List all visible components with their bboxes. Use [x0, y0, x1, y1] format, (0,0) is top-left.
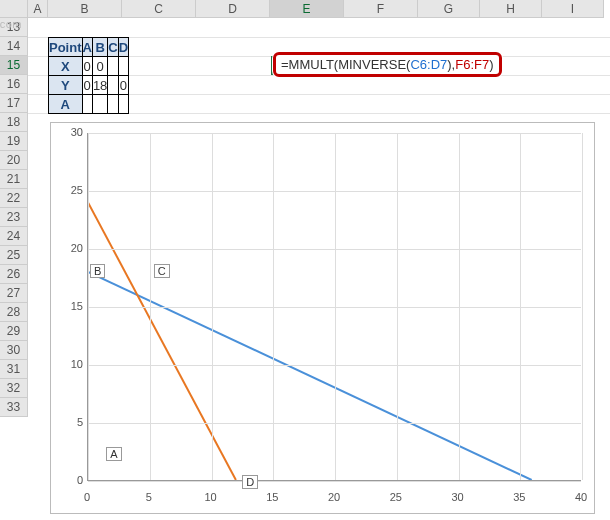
chart[interactable]: ABCD 0510152025300510152025303540 [50, 122, 595, 514]
cell[interactable] [118, 95, 128, 114]
table-header[interactable]: C [108, 38, 118, 57]
col-header[interactable]: I [542, 0, 604, 18]
xtick-label: 40 [566, 491, 596, 503]
xtick-label: 5 [134, 491, 164, 503]
row-header[interactable]: 14 [0, 37, 28, 56]
cell[interactable]: 0 [82, 57, 92, 76]
data-label: B [90, 264, 105, 278]
plot-area: ABCD [87, 133, 581, 481]
ytick-label: 10 [57, 358, 83, 370]
row-header[interactable]: 24 [0, 227, 28, 246]
col-header[interactable]: C [122, 0, 196, 18]
xtick-label: 30 [443, 491, 473, 503]
cell[interactable] [108, 95, 118, 114]
ytick-label: 0 [57, 474, 83, 486]
table-header[interactable]: A [82, 38, 92, 57]
cell[interactable]: 0 [118, 76, 128, 95]
row-header[interactable]: 16 [0, 75, 28, 94]
ytick-label: 25 [57, 184, 83, 196]
series-line [88, 272, 532, 480]
row-header[interactable]: 18 [0, 113, 28, 132]
watermark: wsxdn.com [0, 18, 22, 30]
formula-text: ) [489, 57, 493, 72]
cell[interactable]: 0 [92, 57, 107, 76]
row-header[interactable]: 27 [0, 284, 28, 303]
cell[interactable] [118, 57, 128, 76]
col-header[interactable]: G [418, 0, 480, 18]
col-header[interactable]: B [48, 0, 122, 18]
cell[interactable] [82, 95, 92, 114]
data-label: C [154, 264, 170, 278]
row-header[interactable]: 21 [0, 170, 28, 189]
xtick-label: 15 [257, 491, 287, 503]
row-header[interactable]: 23 [0, 208, 28, 227]
xtick-label: 10 [196, 491, 226, 503]
cell[interactable] [92, 95, 107, 114]
row-header[interactable]: 29 [0, 322, 28, 341]
cell[interactable] [108, 76, 118, 95]
formula-text: =MMULT(MINVERSE( [281, 57, 410, 72]
ytick-label: 15 [57, 300, 83, 312]
row-header[interactable]: 19 [0, 132, 28, 151]
row-header[interactable]: 15 [0, 56, 28, 75]
xtick-label: 20 [319, 491, 349, 503]
row-label[interactable]: X [49, 57, 83, 76]
series-line [88, 202, 236, 480]
formula-ref2: F6:F7 [455, 57, 489, 72]
col-header[interactable]: H [480, 0, 542, 18]
row-header[interactable]: 32 [0, 379, 28, 398]
row-header[interactable]: 26 [0, 265, 28, 284]
row-header[interactable]: 17 [0, 94, 28, 113]
row-header[interactable]: 33 [0, 398, 28, 417]
formula-ref1: C6:D7 [410, 57, 447, 72]
row-headers: 13 14 15 16 17 18 19 20 21 22 23 24 25 2… [0, 18, 28, 417]
select-all-corner[interactable] [0, 0, 28, 18]
cell[interactable] [108, 57, 118, 76]
column-headers: A B C D E F G H I [0, 0, 604, 18]
col-header[interactable]: F [344, 0, 418, 18]
xtick-label: 25 [381, 491, 411, 503]
col-header[interactable]: E [270, 0, 344, 18]
data-label: D [242, 475, 258, 489]
row-header[interactable]: 28 [0, 303, 28, 322]
xtick-label: 0 [72, 491, 102, 503]
row-header[interactable]: 22 [0, 189, 28, 208]
table-header[interactable]: Point [49, 38, 83, 57]
ytick-label: 30 [57, 126, 83, 138]
data-label: A [106, 447, 121, 461]
row-header[interactable]: 31 [0, 360, 28, 379]
xtick-label: 35 [504, 491, 534, 503]
row-header[interactable]: 20 [0, 151, 28, 170]
data-table[interactable]: Point A B C D X 0 0 Y 0 18 0 A [48, 37, 129, 114]
col-header[interactable]: A [28, 0, 48, 18]
table-header[interactable]: D [118, 38, 128, 57]
cell[interactable]: 0 [82, 76, 92, 95]
row-header[interactable]: 30 [0, 341, 28, 360]
col-header[interactable]: D [196, 0, 270, 18]
row-header[interactable]: 25 [0, 246, 28, 265]
row-label[interactable]: Y [49, 76, 83, 95]
table-header[interactable]: B [92, 38, 107, 57]
ytick-label: 5 [57, 416, 83, 428]
cell[interactable]: 18 [92, 76, 107, 95]
formula-overlay[interactable]: =MMULT(MINVERSE(C6:D7),F6:F7) [273, 52, 502, 77]
ytick-label: 20 [57, 242, 83, 254]
row-label[interactable]: A [49, 95, 83, 114]
